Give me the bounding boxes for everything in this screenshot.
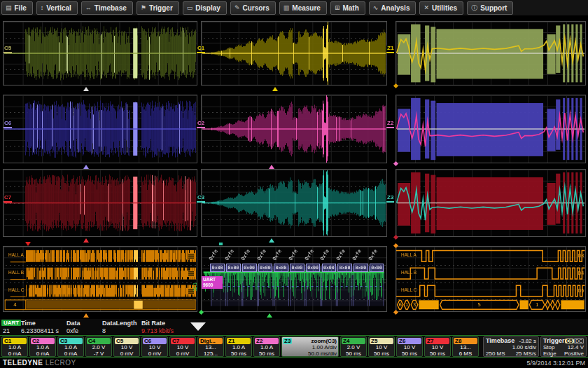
- scope-grid[interactable]: [201, 21, 387, 86]
- uart-byte-value[interactable]: 0x00: [354, 264, 368, 271]
- grid-c7[interactable]: C7: [3, 169, 197, 237]
- menu-item-timebase[interactable]: ↔Timebase: [81, 1, 133, 15]
- menu-item-math[interactable]: ⊞Math: [330, 1, 365, 15]
- uart-byte-value[interactable]: 0x00: [370, 264, 384, 271]
- scope-grid[interactable]: [396, 21, 586, 86]
- waveform-canvas: [4, 170, 197, 236]
- trigger-position-marker[interactable]: [269, 238, 274, 243]
- channel-box-z3[interactable]: Z3zoom(C3)1.00 A/div50.0 ms/div: [281, 336, 339, 357]
- scope-grid[interactable]: [3, 95, 197, 163]
- menu-item-analysis[interactable]: ∿Analysis: [369, 1, 416, 15]
- channel-offset: 0 mA: [30, 350, 55, 357]
- scope-grid[interactable]: [201, 169, 387, 237]
- channel-box-c1[interactable]: C11.0 A0 mA: [1, 336, 28, 357]
- channel-label-z1[interactable]: Z1: [386, 46, 394, 53]
- channel-label-c6[interactable]: C6: [4, 121, 12, 128]
- channel-label-c3[interactable]: C3: [197, 195, 205, 203]
- uart-byte-value[interactable]: 0x00: [258, 264, 273, 271]
- channel-box-z6[interactable]: Z610 V50 ms: [396, 336, 423, 357]
- hall-lane-label: HALL A: [401, 252, 416, 257]
- grid-c2[interactable]: C2: [201, 95, 387, 163]
- menu-item-label: Timebase: [94, 4, 127, 12]
- menu-item-trigger[interactable]: ⚑Trigger: [136, 1, 179, 15]
- waveform-canvas: [202, 22, 386, 85]
- timebase-panel[interactable]: Timebase -3.82 s 1.00 s/div 250 MS 25 MS…: [483, 336, 539, 357]
- channel-label-z2[interactable]: Z2: [386, 121, 394, 128]
- scope-grid[interactable]: [396, 246, 586, 312]
- scope-grid[interactable]: [396, 169, 586, 237]
- digital-pod-label: D3: [578, 253, 584, 258]
- channel-box-z4[interactable]: Z42.0 V50 ms: [340, 336, 367, 357]
- channel-label-z3[interactable]: Z3: [386, 195, 394, 203]
- grid-hall-right[interactable]: HALL AD3HALL BD4HALL CD5: [396, 246, 586, 312]
- channel-box-c4[interactable]: C42.0 V-7 V: [85, 336, 112, 357]
- grid-hall-left[interactable]: HALL AHALL BHALL C: [3, 246, 197, 312]
- uart-byte-value[interactable]: 0x00: [337, 264, 352, 271]
- menu-item-measure[interactable]: ▥Measure: [279, 1, 327, 15]
- channel-box-z2[interactable]: Z21.0 A50 ms: [253, 336, 280, 357]
- uart-results-table[interactable]: UART Time Data DataLength Bit Rate 21 6.…: [0, 319, 588, 335]
- trigger-panel[interactable]: Trigger C5DC Stop 12.4 V Edge Positive: [540, 336, 587, 357]
- grid-uart-decode[interactable]: 0x000x000x000x000x000x000x000x000x000x00…: [201, 246, 387, 312]
- grid-c5[interactable]: C5: [3, 21, 197, 86]
- menu-item-vertical[interactable]: ↕Vertical: [36, 1, 78, 15]
- uart-byte-value[interactable]: 0x00: [306, 264, 321, 271]
- table-scroll-down-button[interactable]: [190, 322, 206, 331]
- trigger-position-marker[interactable]: [267, 313, 272, 318]
- uart-decode-badge[interactable]: UART9600: [202, 276, 223, 289]
- grid-z2[interactable]: Z2: [396, 95, 586, 163]
- grid-c3[interactable]: C3: [201, 169, 387, 237]
- scope-grid[interactable]: [3, 21, 197, 86]
- trigger-position-marker[interactable]: [269, 165, 274, 169]
- grid-c6[interactable]: C6: [3, 95, 197, 163]
- channel-box-c7[interactable]: C710 V0 mV: [169, 336, 196, 357]
- channel-label-c7[interactable]: C7: [4, 195, 12, 203]
- channel-scale: 10 V: [369, 344, 394, 350]
- channel-label-c2[interactable]: C2: [197, 121, 205, 128]
- scope-grid[interactable]: [3, 169, 197, 237]
- waveform-canvas: [396, 247, 585, 311]
- trigger-position-marker[interactable]: [83, 165, 89, 169]
- trigger-position-marker[interactable]: [83, 313, 89, 318]
- uart-byte-value[interactable]: 0x00: [242, 264, 257, 271]
- scope-grid[interactable]: [396, 95, 586, 163]
- uart-row-data[interactable]: 0xfe: [66, 327, 78, 334]
- uart-byte-value[interactable]: 0x00: [274, 264, 288, 271]
- channel-offset: -7 V: [86, 350, 111, 357]
- trigger-time-marker[interactable]: [25, 242, 31, 246]
- uart-row-index[interactable]: 21: [3, 327, 10, 334]
- channel-box-digi[interactable]: Digi...13...125...: [197, 336, 224, 357]
- uart-row-bitrate[interactable]: 9.713 kbit/s: [141, 327, 174, 334]
- channel-box-z5[interactable]: Z510 V50 ms: [368, 336, 395, 357]
- channel-box-z8[interactable]: Z813...6 MS: [452, 336, 479, 357]
- uart-byte-value[interactable]: 0x00: [290, 264, 304, 271]
- menu-item-display[interactable]: ▭Display: [183, 1, 227, 15]
- scope-grid[interactable]: [3, 246, 197, 312]
- trigger-position-marker[interactable]: [83, 238, 89, 243]
- channel-box-z1[interactable]: Z11.0 A50 ms: [225, 336, 252, 357]
- scope-grid[interactable]: [201, 95, 387, 163]
- menu-item-file[interactable]: ▤File: [1, 1, 33, 15]
- menu-item-cursors[interactable]: ✎Cursors: [230, 1, 276, 15]
- channel-box-c2[interactable]: C21.0 A0 mA: [29, 336, 56, 357]
- uart-row-time[interactable]: 6.23308411 s: [21, 327, 59, 334]
- channel-box-c5[interactable]: C510 V0 mV: [113, 336, 140, 357]
- datetime: 5/9/2014 3:12:01 PM: [526, 360, 585, 367]
- menu-item-support[interactable]: ⓘSupport: [467, 1, 513, 15]
- menu-item-utilities[interactable]: ✕Utilities: [419, 1, 463, 15]
- channel-label-c1[interactable]: C1: [197, 46, 205, 53]
- uart-row-datalength[interactable]: 8: [102, 327, 106, 334]
- trigger-position-marker[interactable]: [83, 87, 89, 91]
- channel-box-c3[interactable]: C31.0 A0 mA: [57, 336, 84, 357]
- trigger-position-marker[interactable]: [272, 87, 278, 91]
- channel-scale: 1.0 A: [226, 344, 251, 350]
- uart-byte-value[interactable]: 0x00: [210, 264, 225, 271]
- channel-box-c6[interactable]: C610 V0 mV: [141, 336, 168, 357]
- uart-byte-value[interactable]: 0x00: [226, 264, 241, 271]
- grid-z1[interactable]: Z1: [396, 21, 586, 86]
- grid-z3[interactable]: Z3: [396, 169, 586, 237]
- grid-c1[interactable]: C1: [201, 21, 387, 86]
- channel-box-z7[interactable]: Z710 V50 ms: [424, 336, 451, 357]
- uart-byte-value[interactable]: 0x00: [322, 264, 337, 271]
- channel-label-c5[interactable]: C5: [4, 46, 12, 53]
